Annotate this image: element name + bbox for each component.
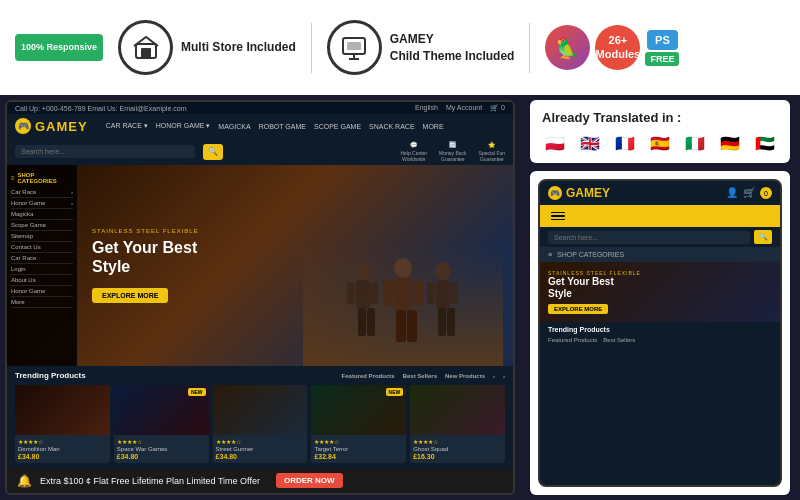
- svg-rect-8: [347, 282, 355, 304]
- separator-2: [529, 23, 530, 73]
- mobile-menu-bar: [540, 205, 780, 227]
- mobile-trending-tabs: Featured Products Best Sellers: [548, 337, 772, 343]
- mobile-trending: Trending Products Featured Products Best…: [540, 322, 780, 347]
- hero-explore-button[interactable]: EXPLORE MORE: [92, 288, 168, 303]
- price-1: £34.80: [18, 453, 107, 460]
- sidebar-scope-game[interactable]: Scope Game: [11, 220, 73, 231]
- nav-snack-race[interactable]: SNACK RACE: [369, 122, 415, 130]
- mobile-cart-count: 0: [760, 187, 772, 199]
- topbar-phone: Call Up: +000-456-789 Email Us: Email@Ex…: [15, 105, 186, 112]
- store-logo: 🎮 GAMEY: [15, 118, 88, 134]
- mobile-explore-button[interactable]: EXPLORE MORE: [548, 304, 608, 314]
- sidebar-car-race[interactable]: Car Race ›: [11, 187, 73, 198]
- mobile-tab-bestsellers[interactable]: Best Sellers: [603, 337, 635, 343]
- trending-tabs[interactable]: Featured Products Best Sellers New Produ…: [342, 373, 505, 379]
- support-help: 💬 Help CenterWorldwide: [400, 141, 427, 162]
- product-card-3: ★★★★☆ Street Gunner £34.80: [213, 385, 308, 463]
- flag-france: 🇫🇷: [612, 133, 639, 153]
- svg-rect-9: [370, 282, 378, 304]
- menu-line-1: [551, 212, 565, 214]
- svg-rect-17: [407, 310, 417, 342]
- nav-scope-game[interactable]: SCOPE GAME: [314, 122, 361, 130]
- product-img-3: [213, 385, 308, 435]
- main-content: Call Up: +000-456-789 Email Us: Email@Ex…: [0, 95, 800, 500]
- product-card-inner-2[interactable]: ★★★★☆ Space War Games £34.80: [114, 385, 209, 463]
- mobile-search-button[interactable]: 🔍: [754, 230, 772, 244]
- svg-point-6: [355, 262, 371, 280]
- flags-row: 🇵🇱 🇬🇧 🇫🇷 🇪🇸 🇮🇹 🇩🇪 🇦🇪: [542, 133, 778, 153]
- sidebar-login[interactable]: Login: [11, 264, 73, 275]
- sidebar-categories: ≡ SHOP CATEGORIES Car Race › Honor Game …: [7, 165, 77, 366]
- price-2: £34.80: [117, 453, 206, 460]
- store-topbar: Call Up: +000-456-789 Email Us: Email@Ex…: [7, 102, 513, 114]
- mobile-hamburger-icon[interactable]: [548, 209, 568, 223]
- mobile-trending-title: Trending Products: [548, 326, 772, 333]
- hero-image: STAINLESS STEEL FLEXIBLE Get Your BestSt…: [77, 165, 513, 366]
- nav-car-race[interactable]: CAR RACE ▾: [106, 122, 148, 130]
- offer-button[interactable]: ORDER NOW: [276, 473, 343, 488]
- tab-nav-next[interactable]: ›: [503, 373, 505, 379]
- sidebar-sitemap[interactable]: Sitemap: [11, 231, 73, 242]
- product-card-inner-5[interactable]: ★★★★☆ Ghost Squad £16.30: [410, 385, 505, 463]
- nav-more[interactable]: MORE: [423, 122, 444, 130]
- childtheme-text: GAMEY Child Theme Included: [390, 31, 515, 65]
- sidebar-more[interactable]: More: [11, 297, 73, 308]
- search-button[interactable]: 🔍: [203, 144, 223, 160]
- sidebar-contact[interactable]: Contact Us: [11, 242, 73, 253]
- tab-nav-prev[interactable]: ‹: [493, 373, 495, 379]
- translated-section: Already Translated in : 🇵🇱 🇬🇧 🇫🇷 🇪🇸 🇮🇹 🇩…: [530, 100, 790, 163]
- svg-rect-20: [427, 282, 435, 304]
- nav-bar: 🎮 GAMEY CAR RACE ▾ HONOR GAME ▾ MAGICKA …: [7, 114, 513, 138]
- flag-spain: 🇪🇸: [647, 133, 674, 153]
- mobile-search-input[interactable]: [548, 231, 750, 244]
- topbar-lang: English: [415, 104, 438, 112]
- tab-bestsellers[interactable]: Best Sellers: [403, 373, 437, 379]
- money-text: Money BackGuarantee: [439, 150, 467, 162]
- search-row: 🔍 💬 Help CenterWorldwide 🔄 Money BackGua…: [7, 138, 513, 165]
- product-card-inner-4[interactable]: ★★★★☆ Target Terror £32.84: [311, 385, 406, 463]
- product-card-1: ★★★★☆ Demolition Man £34.80: [15, 385, 110, 463]
- support-special: ⭐ Special FunGuarantee: [479, 141, 505, 162]
- mobile-frame: 🎮 GAMEY 👤 🛒 0: [538, 179, 782, 487]
- nav-honor-game[interactable]: HONOR GAME ▾: [156, 122, 211, 130]
- flag-poland: 🇵🇱: [542, 133, 569, 153]
- mobile-hero: STAINLESS STEEL FLEXIBLE Get Your BestSt…: [540, 262, 780, 322]
- svg-rect-16: [396, 310, 406, 342]
- tab-featured[interactable]: Featured Products: [342, 373, 395, 379]
- svg-rect-13: [394, 278, 412, 310]
- mobile-cart-icon[interactable]: 🛒: [743, 187, 755, 199]
- mobile-logo-text: GAMEY: [566, 186, 610, 200]
- hero-title: Get Your BestStyle: [92, 238, 199, 276]
- sidebar-honor-2[interactable]: Honor Game: [11, 286, 73, 297]
- support-icons: 💬 Help CenterWorldwide 🔄 Money BackGuara…: [400, 141, 505, 162]
- nav-magicka[interactable]: MAGICKA: [218, 122, 250, 130]
- mobile-nav-icons: 👤 🛒 0: [726, 187, 772, 199]
- mobile-search-row: 🔍: [540, 227, 780, 247]
- svg-rect-7: [356, 280, 370, 308]
- product-card-inner-1[interactable]: ★★★★☆ Demolition Man £34.80: [15, 385, 110, 463]
- flag-italy: 🇮🇹: [681, 133, 708, 153]
- product-card-inner-3[interactable]: ★★★★☆ Street Gunner £34.80: [213, 385, 308, 463]
- support-money: 🔄 Money BackGuarantee: [439, 141, 467, 162]
- sidebar-honor-game[interactable]: Honor Game ›: [11, 198, 73, 209]
- tab-new[interactable]: New Products: [445, 373, 485, 379]
- nav-robot-game[interactable]: ROBOT GAME: [259, 122, 306, 130]
- stars-2: ★★★★☆: [117, 438, 206, 445]
- mobile-user-icon[interactable]: 👤: [726, 187, 738, 199]
- mobile-tab-featured[interactable]: Featured Products: [548, 337, 597, 343]
- free-badge: FREE: [645, 52, 679, 66]
- stars-3: ★★★★☆: [216, 438, 305, 445]
- mobile-menu-icon-label: ≡: [548, 251, 552, 258]
- product-info-5: ★★★★☆ Ghost Squad £16.30: [410, 435, 505, 463]
- menu-line-3: [551, 219, 565, 221]
- sidebar-car-race-2[interactable]: Car Race: [11, 253, 73, 264]
- sidebar-magicka[interactable]: Magicka: [11, 209, 73, 220]
- sidebar-about[interactable]: About Us: [11, 275, 73, 286]
- flag-uae: 🇦🇪: [751, 133, 778, 153]
- ps-group: PS FREE: [645, 30, 679, 66]
- svg-rect-1: [141, 48, 151, 58]
- search-input[interactable]: [15, 145, 195, 158]
- top-section: 100% Responsive Multi Store Included GAM…: [0, 0, 800, 95]
- store-icon: [132, 34, 160, 62]
- offer-bar: 🔔 Extra $100 ¢ Flat Free Lifetime Plan L…: [7, 468, 513, 493]
